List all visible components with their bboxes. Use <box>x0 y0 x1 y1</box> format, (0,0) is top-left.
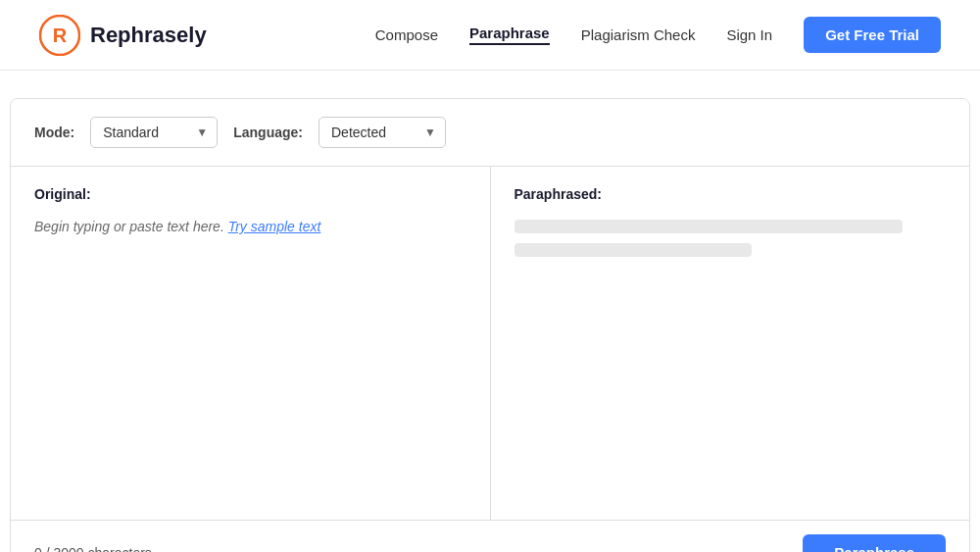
try-sample-text-link[interactable]: Try sample text <box>228 219 321 234</box>
original-textarea[interactable] <box>34 237 466 492</box>
nav-compose[interactable]: Compose <box>375 26 438 43</box>
paraphrased-label: Paraphrased: <box>514 186 947 202</box>
toolbar-row: Mode: Standard Fluency Creative Formal S… <box>11 99 969 167</box>
mode-label: Mode: <box>34 125 74 140</box>
logo-area: R Rephrasely <box>39 15 207 56</box>
nav-paraphrase[interactable]: Paraphrase <box>469 25 550 45</box>
logo-text: Rephrasely <box>90 23 207 48</box>
nav-sign-in[interactable]: Sign In <box>726 26 772 43</box>
placeholder-static-text: Begin typing or paste text here. <box>34 219 228 234</box>
nav-plagiarism-check[interactable]: Plagiarism Check <box>581 26 696 43</box>
language-select[interactable]: Detected English Spanish French German <box>318 117 446 148</box>
svg-text:R: R <box>53 24 68 45</box>
char-count: 0 / 3000 characters <box>34 545 152 553</box>
original-pane: Original: Begin typing or paste text her… <box>11 167 491 520</box>
placeholder-line-1 <box>514 220 903 233</box>
mode-select-wrapper: Standard Fluency Creative Formal Simple … <box>90 117 218 148</box>
main-nav: Compose Paraphrase Plagiarism Check Sign… <box>375 17 941 53</box>
language-label: Language: <box>233 125 303 140</box>
original-placeholder-text: Begin typing or paste text here. Try sam… <box>34 216 466 237</box>
original-label: Original: <box>34 186 466 202</box>
paraphrased-placeholder <box>514 216 947 257</box>
footer-right: Paraphrase <box>152 534 946 552</box>
paraphrased-pane: Paraphrased: <box>491 167 970 520</box>
logo-icon: R <box>39 15 80 56</box>
paraphrase-button[interactable]: Paraphrase <box>803 534 946 552</box>
header: R Rephrasely Compose Paraphrase Plagiari… <box>0 0 980 71</box>
mode-select[interactable]: Standard Fluency Creative Formal Simple <box>90 117 218 148</box>
main-container: Mode: Standard Fluency Creative Formal S… <box>10 98 970 552</box>
footer-row: 0 / 3000 characters Paraphrase <box>11 520 969 552</box>
editor-area: Original: Begin typing or paste text her… <box>11 167 969 520</box>
get-free-trial-button[interactable]: Get Free Trial <box>804 17 941 53</box>
placeholder-line-2 <box>514 243 752 257</box>
language-select-wrapper: Detected English Spanish French German ▼ <box>318 117 446 148</box>
